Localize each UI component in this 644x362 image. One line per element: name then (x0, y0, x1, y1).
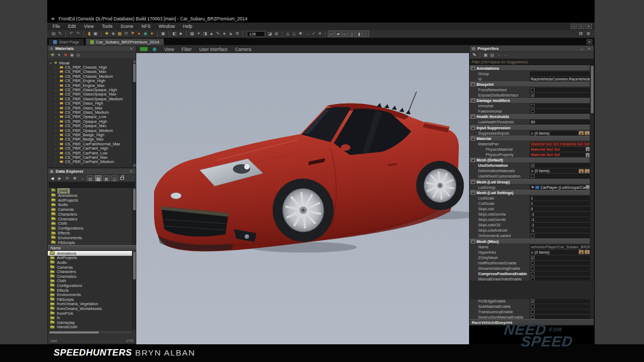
picker-button[interactable]: ▾ (586, 153, 590, 157)
explorer-folder[interactable]: FBScripts (48, 240, 133, 245)
toolbar-icon[interactable]: ✚ (104, 31, 110, 37)
checkbox[interactable] (531, 310, 535, 314)
toolbar-icon[interactable]: ▤ (50, 31, 57, 37)
viewport-menu-view[interactable]: View (164, 47, 174, 52)
expander-icon[interactable]: › (55, 88, 58, 92)
explorer-folder[interactable]: Animations (48, 193, 133, 198)
property-row[interactable]: TranslucencyEnable (470, 309, 591, 314)
explorer-item[interactable]: Characters (48, 269, 133, 274)
collapse-icon[interactable]: − (471, 180, 475, 184)
collapse-icon[interactable]: − (471, 99, 475, 102)
picker-button[interactable]: ▾ (586, 147, 590, 151)
materials-close-icon[interactable]: ✕ (129, 47, 134, 51)
material-value[interactable]: Material Not Set▾ (530, 152, 590, 157)
toolbar-icon[interactable]: ● (136, 31, 142, 37)
horizontal-scrollbar[interactable] (48, 330, 133, 334)
view-mode-icon[interactable]: ▤ (87, 175, 93, 181)
clear-button[interactable]: X (579, 169, 584, 173)
property-section[interactable]: −Mesh (Misc) (470, 239, 591, 244)
toolbar-icon[interactable]: ▯ (349, 31, 355, 37)
property-section[interactable]: −Mesh (Default) (470, 158, 591, 163)
scroll-up-icon[interactable]: ▲ (133, 60, 136, 63)
data-explorer-close-icon[interactable]: ✕ (129, 169, 134, 174)
material-value[interactable]: Material Not Set▾ (530, 147, 590, 152)
explorer-item[interactable]: Effects (48, 288, 133, 293)
property-section[interactable]: −Health thresholds (470, 114, 591, 120)
add-button[interactable]: + (584, 169, 590, 173)
expander-icon[interactable]: ▾ (50, 61, 53, 65)
toolbar-icon[interactable]: ▮ (356, 31, 362, 37)
viewport-menu-user-interface[interactable]: User interface (199, 47, 228, 52)
toolbar-icon[interactable]: ▾ (56, 52, 62, 58)
scrollbar-thumb[interactable] (591, 66, 594, 113)
explorer-item[interactable]: fromOmaha_WorldAssets (48, 306, 133, 311)
collapse-icon[interactable]: − (471, 115, 475, 119)
back-icon[interactable]: ◀ (49, 175, 55, 181)
expander-icon[interactable]: › (55, 93, 58, 96)
pin-icon[interactable]: ◻ (580, 47, 584, 51)
properties-filter-input[interactable]: Filter (Ctrl+Space for Suggestions) (470, 59, 594, 65)
expander-icon[interactable]: › (55, 151, 58, 154)
toolbar-icon[interactable]: ◉ (142, 31, 149, 37)
property-row[interactable]: UseWheelCustomization (470, 174, 591, 179)
property-row[interactable]: OnDemandLoaded (470, 233, 591, 239)
property-row[interactable]: LodGroup➔CarPlayer (LodGroups/CarPl… (470, 184, 591, 190)
toolbar-icon[interactable]: ✎ (471, 52, 478, 58)
explorer-folder[interactable]: Environments (48, 235, 133, 240)
explorer-item[interactable]: Configurations (48, 283, 133, 288)
toolbar-icon[interactable]: ▱ (328, 31, 334, 37)
explorer-item[interactable]: Animations (48, 251, 133, 256)
property-value[interactable]: 1 (530, 196, 590, 201)
forward-icon[interactable]: ▶ (57, 175, 63, 181)
property-value[interactable]: 0 (530, 206, 590, 211)
toolbar-icon[interactable]: ✦ (195, 31, 202, 37)
checkbox[interactable]: ✓ (531, 299, 535, 303)
explorer-item[interactable]: fx (48, 315, 133, 320)
expander-icon[interactable]: › (55, 97, 58, 100)
toolbar-icon[interactable]: → (502, 52, 508, 58)
menu-view[interactable]: View (84, 24, 93, 29)
collapse-icon[interactable]: − (471, 191, 475, 195)
expander-icon[interactable]: › (55, 124, 58, 128)
property-row[interactable]: StreamInstancingEnable (470, 265, 591, 271)
goto-icon[interactable]: ➔ (531, 185, 534, 189)
property-row[interactable]: LowHealthThreshold50 (470, 120, 591, 125)
scrollbar-thumb[interactable] (133, 189, 136, 210)
menu-scene[interactable]: Scene (120, 24, 133, 29)
panel-icon[interactable]: ◫ (111, 175, 118, 181)
property-section[interactable]: −Annotations (470, 65, 591, 71)
collapse-icon[interactable]: − (471, 158, 475, 162)
add-icon[interactable]: ✚ (72, 175, 78, 181)
explorer-item[interactable]: Cameras (48, 265, 133, 270)
expander-icon[interactable]: › (55, 147, 58, 150)
property-value[interactable]: -1 (530, 223, 590, 227)
explorer-item[interactable]: Gameplay (48, 320, 133, 325)
scroll-down-icon[interactable]: ▼ (133, 164, 136, 167)
toolbar-icon[interactable]: △ (291, 31, 297, 37)
toolbar-icon[interactable]: ▲ (228, 31, 234, 37)
checkbox[interactable] (531, 261, 535, 265)
checkbox[interactable] (531, 88, 535, 92)
explorer-item[interactable]: fromOmaha_Vegetation (48, 302, 133, 307)
property-value[interactable] (530, 71, 590, 76)
collapse-icon[interactable]: − (471, 83, 475, 86)
explorer-item[interactable]: Cloth (48, 279, 133, 284)
toolbar-icon[interactable]: → (304, 31, 310, 37)
toolbar-icon[interactable]: ✖ (62, 52, 69, 58)
toolbar-icon[interactable]: ▣ (92, 31, 99, 37)
refresh-icon[interactable]: ⟳ (64, 175, 70, 181)
toolbar-icon[interactable]: ▫ (363, 31, 369, 37)
property-row[interactable]: SkipLodsGen4b-1 (470, 217, 591, 223)
toolbar-icon[interactable]: ↶ (68, 31, 75, 37)
add-button[interactable]: + (584, 250, 590, 254)
toolbar-icon[interactable]: ◧ (171, 31, 178, 37)
toolbar-icon[interactable]: ◍ (273, 31, 280, 37)
toolbar-icon[interactable]: ✚ (49, 52, 56, 58)
toolbar-icon[interactable]: ▲ (208, 31, 215, 37)
scrollbar-thumb[interactable] (133, 252, 136, 279)
property-row[interactable]: CompressPositionsEnable (470, 271, 591, 277)
menu-edit[interactable]: Edit (68, 24, 76, 29)
menu-help[interactable]: Help (183, 24, 192, 29)
collapse-icon[interactable]: − (471, 126, 475, 130)
toolbar-icon[interactable]: ⚑ (129, 31, 136, 37)
